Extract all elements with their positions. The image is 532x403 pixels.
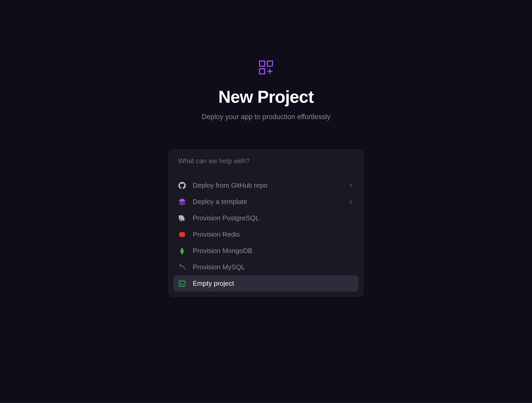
option-label: Provision PostgreSQL: [193, 214, 354, 222]
dolphin-icon: [178, 263, 186, 271]
svg-point-11: [180, 265, 180, 265]
search-wrap: [169, 150, 363, 173]
svg-rect-12: [179, 281, 185, 286]
grid-plus-icon: [258, 60, 274, 75]
page-title: New Project: [218, 87, 314, 107]
github-icon: [178, 182, 186, 189]
chevron-right-icon: [348, 199, 354, 205]
svg-point-10: [179, 234, 185, 237]
option-provision-mysql[interactable]: Provision MySQL: [174, 259, 358, 275]
redis-icon: [178, 231, 186, 238]
terminal-icon: [178, 280, 186, 288]
elephant-icon: 🐘: [178, 214, 186, 222]
option-label: Deploy from GitHub repo: [193, 181, 341, 189]
search-input[interactable]: [169, 150, 363, 172]
page-subtitle: Deploy your app to production effortless…: [202, 113, 330, 121]
option-label: Empty project: [193, 279, 354, 288]
option-deploy-github[interactable]: Deploy from GitHub repo: [174, 177, 358, 194]
svg-rect-0: [260, 61, 265, 66]
command-palette: Deploy from GitHub repo Deploy a templat…: [169, 149, 363, 297]
option-label: Provision MongoDB: [193, 247, 354, 255]
option-empty-project[interactable]: Empty project: [174, 275, 358, 292]
option-label: Provision MySQL: [193, 263, 354, 271]
options-list: Deploy from GitHub repo Deploy a templat…: [169, 173, 363, 296]
option-provision-mongo[interactable]: Provision MongoDB: [174, 243, 358, 259]
option-provision-postgres[interactable]: 🐘 Provision PostgreSQL: [174, 210, 358, 226]
option-provision-redis[interactable]: Provision Redis: [174, 226, 358, 243]
header-section: New Project Deploy your app to productio…: [202, 60, 330, 121]
svg-rect-1: [267, 61, 272, 66]
option-label: Provision Redis: [193, 230, 354, 238]
svg-marker-5: [179, 199, 185, 202]
svg-rect-2: [260, 69, 265, 74]
chevron-right-icon: [348, 183, 354, 188]
stack-icon: [178, 198, 186, 206]
mongo-leaf-icon: [178, 247, 186, 255]
option-label: Deploy a template: [193, 198, 341, 206]
option-deploy-template[interactable]: Deploy a template: [174, 194, 358, 210]
